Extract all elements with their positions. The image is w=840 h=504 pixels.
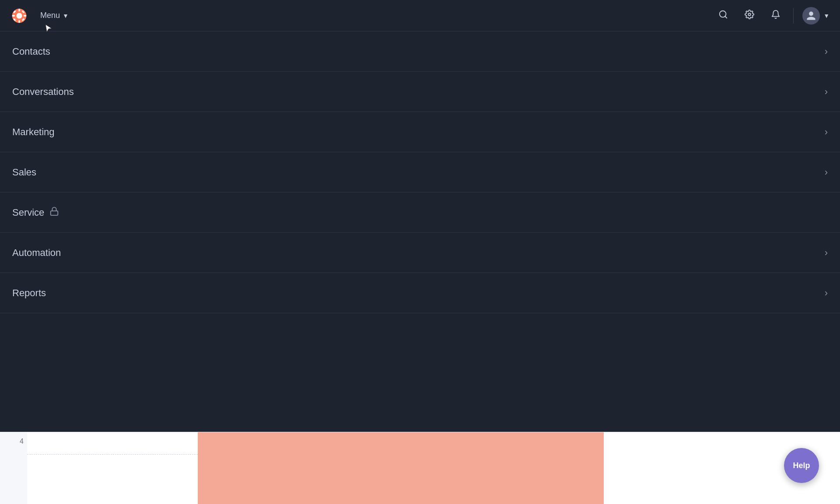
marketing-label: Marketing: [12, 126, 55, 138]
menu-item-service[interactable]: Service: [0, 192, 840, 233]
search-button[interactable]: [714, 7, 732, 24]
svg-point-12: [748, 13, 751, 16]
menu-label: Menu: [40, 11, 60, 20]
menu-list: Contacts › Conversations › Marketing › S…: [0, 32, 840, 313]
avatar-button[interactable]: ▼: [802, 7, 830, 24]
nav-divider: [793, 8, 794, 24]
menu-item-service-left: Service: [12, 206, 59, 218]
avatar: [802, 7, 820, 24]
bottom-chart: 4: [0, 432, 840, 504]
chart-plot-area: [27, 432, 840, 504]
reports-label: Reports: [12, 287, 46, 299]
settings-icon: [745, 10, 754, 22]
contacts-chevron-right-icon: ›: [825, 46, 828, 57]
conversations-label: Conversations: [12, 86, 74, 98]
nav-right: ▼: [714, 7, 830, 24]
chart-segment-white-left: [27, 432, 198, 504]
hubspot-logo: [10, 7, 28, 24]
menu-chevron-down-icon: ▼: [63, 12, 69, 19]
nav-left: Menu ▼: [10, 7, 74, 24]
menu-item-sales-left: Sales: [12, 167, 36, 178]
svg-rect-13: [51, 211, 58, 215]
chart-y-axis: 4: [0, 432, 27, 504]
help-label: Help: [793, 461, 810, 470]
notifications-button[interactable]: [767, 7, 784, 24]
settings-button[interactable]: [741, 7, 758, 24]
reports-chevron-right-icon: ›: [825, 287, 828, 299]
menu-item-contacts-left: Contacts: [12, 46, 50, 57]
search-icon: [718, 10, 728, 22]
automation-chevron-right-icon: ›: [825, 247, 828, 259]
menu-item-marketing[interactable]: Marketing ›: [0, 112, 840, 152]
bell-icon: [771, 10, 780, 22]
chart-y-value: 4: [20, 438, 24, 445]
menu-item-sales[interactable]: Sales ›: [0, 152, 840, 192]
sales-label: Sales: [12, 167, 36, 178]
menu-item-reports[interactable]: Reports ›: [0, 273, 840, 313]
service-label: Service: [12, 207, 44, 218]
svg-rect-3: [18, 20, 20, 23]
automation-label: Automation: [12, 247, 61, 259]
conversations-chevron-right-icon: ›: [825, 86, 828, 98]
help-button[interactable]: Help: [784, 448, 819, 483]
top-navigation: Menu ▼: [0, 0, 840, 32]
svg-point-1: [16, 13, 22, 18]
menu-button[interactable]: Menu ▼: [35, 7, 74, 24]
menu-item-automation-left: Automation: [12, 247, 61, 259]
menu-item-marketing-left: Marketing: [12, 126, 55, 138]
svg-rect-2: [18, 8, 20, 11]
svg-line-11: [725, 16, 727, 18]
marketing-chevron-right-icon: ›: [825, 126, 828, 138]
avatar-chevron-down-icon: ▼: [823, 12, 830, 19]
menu-item-conversations-left: Conversations: [12, 86, 74, 98]
contacts-label: Contacts: [12, 46, 50, 57]
menu-item-contacts[interactable]: Contacts ›: [0, 32, 840, 72]
chart-segment-salmon: [198, 432, 604, 504]
svg-rect-4: [12, 15, 15, 16]
sales-chevron-right-icon: ›: [825, 167, 828, 178]
chart-dashed-line: [27, 454, 198, 455]
menu-item-reports-left: Reports: [12, 287, 46, 299]
lock-icon: [49, 206, 59, 218]
menu-item-conversations[interactable]: Conversations ›: [0, 72, 840, 112]
menu-item-automation[interactable]: Automation ›: [0, 233, 840, 273]
svg-rect-5: [24, 15, 27, 16]
